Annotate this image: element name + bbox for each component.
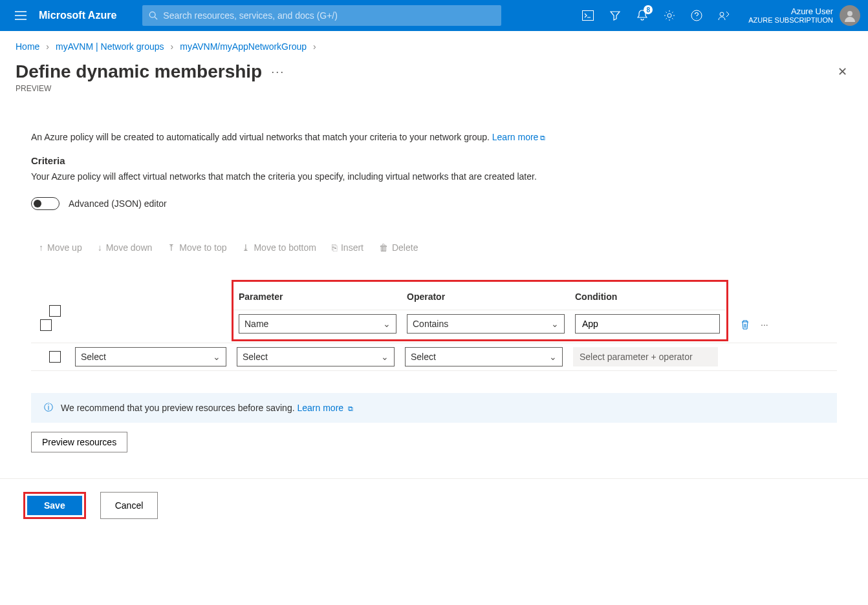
condition-disabled: Select parameter + operator [573, 347, 718, 366]
user-area[interactable]: Azure User AZURE SUBSCRIPTIUON [742, 5, 860, 26]
search-box[interactable] [142, 5, 501, 26]
notification-badge: 8 [644, 5, 653, 14]
arrow-up-icon: ↑ [39, 242, 43, 253]
svg-point-6 [847, 11, 852, 16]
move-top-button[interactable]: ⤒Move to top [168, 242, 226, 253]
criteria-heading: Criteria [31, 155, 837, 166]
arrow-down-icon: ↓ [98, 242, 102, 253]
move-up-button[interactable]: ↑Move up [39, 242, 82, 253]
grid-row: Select⌄ Select⌄ Select⌄ Select parameter… [31, 343, 837, 370]
avatar [840, 5, 860, 26]
svg-point-5 [720, 12, 724, 16]
delete-button[interactable]: 🗑Delete [379, 242, 418, 253]
user-subscription: AZURE SUBSCRIPTIUON [748, 16, 833, 25]
row-more-icon[interactable]: ··· [761, 319, 768, 332]
external-link-icon: ⧉ [540, 134, 545, 142]
chevron-down-icon: ⌄ [549, 352, 557, 362]
trash-icon: 🗑 [379, 242, 388, 253]
feedback-icon[interactable] [717, 9, 730, 22]
learn-more-link[interactable]: Learn more⧉ [492, 132, 546, 142]
breadcrumb-detail[interactable]: myAVNM/myAppNetworkGroup [180, 41, 307, 52]
chevron-right-icon: › [46, 41, 49, 52]
preview-resources-button[interactable]: Preview resources [31, 432, 127, 452]
criteria-grid: Parameter Operator Condition Name⌄ Conta… [31, 279, 837, 371]
col-condition: Condition [570, 284, 725, 310]
breadcrumb-home[interactable]: Home [16, 41, 39, 52]
col-parameter: Parameter [233, 284, 402, 310]
chevron-right-icon: › [171, 41, 174, 52]
svg-rect-2 [583, 11, 594, 21]
info-banner: ⓘ We recommend that you preview resource… [31, 393, 837, 423]
select-all-checkbox[interactable] [49, 305, 61, 317]
notifications-icon[interactable]: 8 [636, 9, 649, 22]
chevron-down-icon: ⌄ [383, 319, 391, 329]
chevron-down-icon: ⌄ [381, 352, 389, 362]
grid-toolbar: ↑Move up ↓Move down ⤒Move to top ⤓Move t… [31, 236, 837, 259]
insert-button[interactable]: ⎘Insert [332, 242, 363, 253]
chevron-down-icon: ⌄ [551, 319, 559, 329]
move-bottom-button[interactable]: ⤓Move to bottom [242, 242, 316, 253]
row-checkbox[interactable] [40, 319, 52, 331]
settings-icon[interactable] [663, 9, 676, 22]
search-input[interactable] [163, 10, 495, 21]
top-header: Microsoft Azure 8 Azure User AZURE SUBSC… [0, 0, 868, 31]
move-down-button[interactable]: ↓Move down [98, 242, 153, 253]
svg-point-0 [150, 12, 156, 17]
help-icon[interactable] [690, 9, 703, 22]
banner-learn-more-link[interactable]: Learn more ⧉ [297, 403, 353, 413]
row-delete-icon[interactable] [740, 319, 750, 332]
arrow-bottom-icon: ⤓ [242, 242, 250, 253]
svg-line-1 [155, 17, 158, 19]
parameter-dropdown[interactable]: Select⌄ [237, 347, 395, 366]
chevron-down-icon: ⌄ [213, 352, 221, 362]
more-actions-icon[interactable]: ··· [271, 65, 285, 79]
grid-header-row: Parameter Operator Condition Name⌄ Conta… [31, 279, 837, 343]
external-link-icon: ⧉ [348, 405, 353, 412]
cancel-button[interactable]: Cancel [100, 492, 158, 519]
col-operator: Operator [402, 284, 570, 310]
info-icon: ⓘ [44, 402, 53, 414]
filter-icon[interactable] [609, 9, 622, 22]
advanced-editor-toggle[interactable] [31, 197, 60, 210]
footer: Save Cancel [0, 478, 868, 532]
header-icons: 8 [570, 9, 742, 22]
row-checkbox[interactable] [49, 351, 61, 363]
save-button[interactable]: Save [27, 496, 82, 515]
operator-dropdown[interactable]: Contains⌄ [407, 314, 565, 334]
breadcrumb-group[interactable]: myAVNM | Network groups [56, 41, 164, 52]
svg-point-3 [667, 14, 671, 17]
toggle-label: Advanced (JSON) editor [69, 198, 167, 209]
andor-dropdown[interactable]: Select⌄ [75, 347, 226, 366]
operator-dropdown[interactable]: Select⌄ [405, 347, 563, 366]
preview-tag: PREVIEW [0, 84, 868, 106]
cloudshell-icon[interactable] [581, 9, 594, 22]
intro-text: An Azure policy will be created to autom… [31, 132, 837, 142]
search-icon [149, 11, 158, 20]
criteria-desc: Your Azure policy will affect virtual ne… [31, 171, 837, 182]
brand[interactable]: Microsoft Azure [39, 10, 116, 21]
close-button[interactable]: ✕ [832, 59, 852, 84]
chevron-right-icon: › [313, 41, 316, 52]
arrow-top-icon: ⤒ [168, 242, 175, 253]
insert-icon: ⎘ [332, 242, 337, 253]
page-title: Define dynamic membership [16, 61, 262, 82]
condition-input[interactable] [575, 314, 720, 334]
breadcrumb: Home › myAVNM | Network groups › myAVNM/… [0, 31, 868, 59]
parameter-dropdown[interactable]: Name⌄ [239, 314, 396, 334]
user-name: Azure User [748, 6, 833, 17]
menu-icon[interactable] [8, 11, 34, 20]
